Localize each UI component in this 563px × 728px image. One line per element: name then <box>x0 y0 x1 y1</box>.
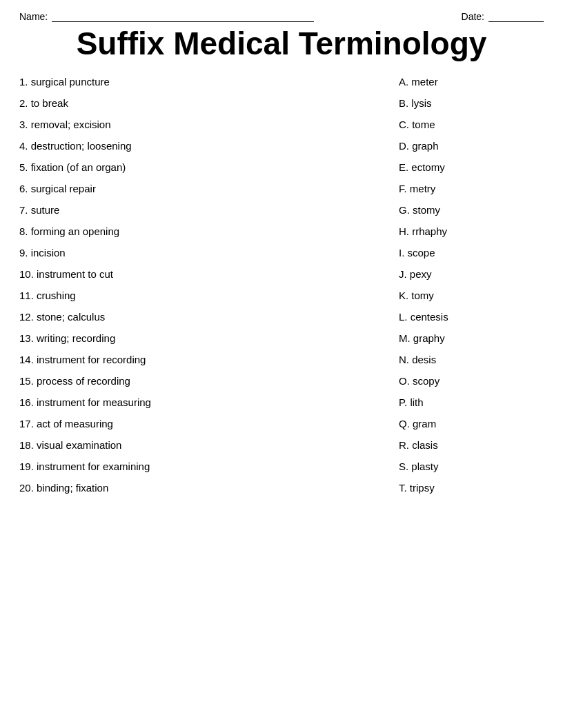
date-underline[interactable] <box>488 11 544 22</box>
answer-item: O. scopy <box>399 374 544 388</box>
header: Name: Date: <box>19 11 544 22</box>
answer-item: P. lith <box>399 395 544 410</box>
question-item: 6. surgical repair <box>19 181 378 196</box>
name-label: Name: <box>19 11 48 22</box>
answer-item: L. centesis <box>399 310 544 324</box>
answer-item: Q. gram <box>399 416 544 431</box>
question-item: 2. to break <box>19 96 378 110</box>
answer-item: E. ectomy <box>399 160 544 174</box>
content-area: 1. surgical puncture2. to break3. remova… <box>19 74 544 502</box>
page-title: Suffix Medical Terminology <box>19 25 544 62</box>
question-item: 1. surgical puncture <box>19 74 378 89</box>
question-item: 13. writing; recording <box>19 331 378 345</box>
question-item: 19. instrument for examining <box>19 459 378 474</box>
date-field: Date: <box>462 11 544 22</box>
answer-item: H. rrhaphy <box>399 224 544 239</box>
answer-item: J. pexy <box>399 267 544 281</box>
name-underline[interactable] <box>52 11 314 22</box>
answer-item: S. plasty <box>399 459 544 474</box>
answer-item: R. clasis <box>399 438 544 452</box>
answer-item: D. graph <box>399 139 544 153</box>
date-label: Date: <box>462 11 484 22</box>
question-item: 4. destruction; loosening <box>19 139 378 153</box>
answer-item: M. graphy <box>399 331 544 345</box>
question-item: 16. instrument for measuring <box>19 395 378 410</box>
question-item: 9. incision <box>19 245 378 260</box>
answers-column: A. meterB. lysisC. tomeD. graphE. ectomy… <box>392 74 544 502</box>
answer-item: G. stomy <box>399 203 544 217</box>
question-item: 8. forming an opening <box>19 224 378 239</box>
question-item: 14. instrument for recording <box>19 352 378 367</box>
question-item: 15. process of recording <box>19 374 378 388</box>
answer-item: K. tomy <box>399 288 544 303</box>
question-item: 18. visual examination <box>19 438 378 452</box>
question-item: 5. fixation (of an organ) <box>19 160 378 174</box>
answer-item: F. metry <box>399 181 544 196</box>
answer-item: A. meter <box>399 74 544 89</box>
question-item: 7. suture <box>19 203 378 217</box>
answer-item: B. lysis <box>399 96 544 110</box>
question-item: 11. crushing <box>19 288 378 303</box>
question-item: 10. instrument to cut <box>19 267 378 281</box>
question-item: 20. binding; fixation <box>19 481 378 495</box>
questions-column: 1. surgical puncture2. to break3. remova… <box>19 74 392 502</box>
answer-item: I. scope <box>399 245 544 260</box>
question-item: 17. act of measuring <box>19 416 378 431</box>
answer-item: T. tripsy <box>399 481 544 495</box>
question-item: 3. removal; excision <box>19 117 378 132</box>
question-item: 12. stone; calculus <box>19 310 378 324</box>
answer-item: C. tome <box>399 117 544 132</box>
answer-item: N. desis <box>399 352 544 367</box>
name-field: Name: <box>19 11 314 22</box>
